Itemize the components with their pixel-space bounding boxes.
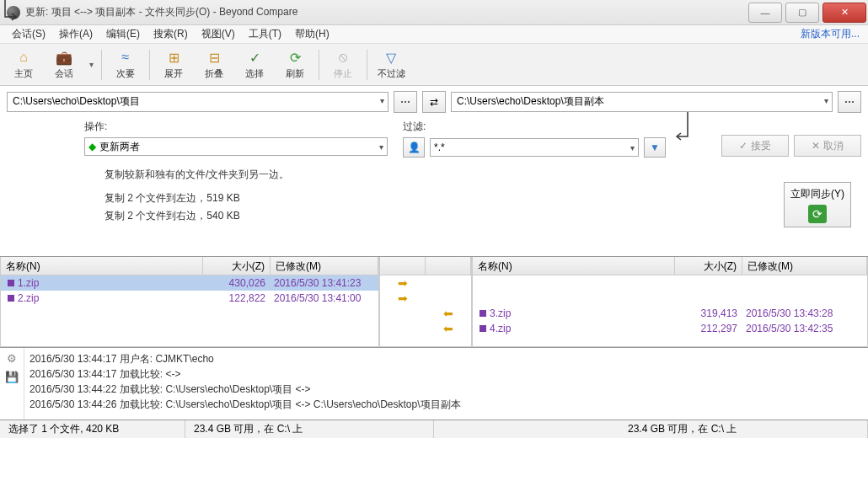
save-icon[interactable]: 💾 [5, 370, 19, 383]
col-name[interactable]: 名称(N) [473, 257, 675, 275]
btn-label: 不过滤 [378, 67, 405, 80]
menu-action[interactable]: 操作(A) [52, 25, 99, 43]
filter-apply-button[interactable]: ▼ [644, 137, 666, 158]
left-panel: 名称(N) 大小(Z) 已修改(M) 1.zip 430,026 2016/5/… [0, 257, 379, 347]
menu-tools[interactable]: 工具(T) [242, 25, 288, 43]
copy-left-icon[interactable]: ⬅ [443, 322, 453, 335]
path-row: C:\Users\echo\Desktop\项目▾ ⋯ ⇄ C:\Users\e… [0, 86, 868, 118]
col-size[interactable]: 大小(Z) [675, 257, 742, 275]
dropdown-icon[interactable]: ▾ [630, 143, 635, 152]
separator [149, 50, 150, 80]
file-row[interactable] [473, 291, 867, 306]
approx-icon: ≈ [117, 49, 134, 66]
filter-label: 过滤: [403, 120, 666, 134]
log-line: 2016/5/30 13:44:17 加载比较: <-> [29, 366, 863, 382]
filter-presets-button[interactable]: 👤 [403, 137, 425, 158]
col-size[interactable]: 大小(Z) [203, 257, 271, 275]
menu-search[interactable]: 搜索(R) [147, 25, 195, 43]
select-button[interactable]: ✓选择 [236, 46, 273, 83]
operation-combo[interactable]: ◆ 更新两者 ▾ [84, 137, 388, 156]
copy-right-icon[interactable]: ➡ [398, 276, 408, 290]
next-button[interactable]: ≈次要 [107, 46, 144, 83]
log-line: 2016/5/30 13:44:22 加载比较: C:\Users\echo\D… [29, 382, 863, 397]
refresh-button[interactable]: ⟳刷新 [276, 46, 313, 83]
file-icon [8, 280, 14, 286]
expand-button[interactable]: ⊞展开 [155, 46, 192, 83]
session-dropdown[interactable]: ▾ [86, 60, 96, 69]
sync-icon: ⟳ [808, 205, 827, 223]
file-size: 319,413 [675, 307, 742, 319]
file-row[interactable]: 4.zip 212,297 2016/5/30 13:42:35 [473, 321, 867, 336]
dropdown-icon[interactable]: ▾ [824, 96, 828, 105]
panel-header: 名称(N) 大小(Z) 已修改(M) [473, 257, 867, 275]
stop-button: ⦸停止 [324, 46, 362, 83]
file-date: 2016/5/30 13:43:28 [742, 307, 867, 319]
binoculars-icon: 👤 [408, 142, 421, 153]
status-selection: 选择了 1 个文件, 420 KB [0, 420, 185, 438]
swap-button[interactable]: ⇄ [422, 91, 446, 113]
combo-value: *.* [434, 142, 445, 153]
dropdown-icon[interactable]: ▾ [379, 142, 383, 152]
file-panels: 名称(N) 大小(Z) 已修改(M) 1.zip 430,026 2016/5/… [0, 256, 868, 347]
refresh-icon: ⟳ [287, 49, 303, 66]
accept-button[interactable]: ✓接受 [721, 135, 789, 157]
btn-label: 刷新 [286, 67, 304, 80]
maximize-button[interactable]: ▢ [785, 3, 819, 23]
menu-help[interactable]: 帮助(H) [288, 25, 336, 43]
check-icon: ✓ [246, 49, 263, 66]
right-path-input[interactable]: C:\Users\echo\Desktop\项目副本▾ [451, 92, 833, 112]
file-row[interactable]: 3.zip 319,413 2016/5/30 13:43:28 [473, 306, 867, 321]
log-text[interactable]: 2016/5/30 13:44:17 用户名: CJMKT\echo 2016/… [24, 348, 868, 420]
path-text: C:\Users\echo\Desktop\项目 [13, 95, 140, 107]
btn-label: 接受 [751, 139, 771, 153]
copy-left-icon[interactable]: ⬅ [443, 307, 453, 320]
menu-view[interactable]: 视图(V) [195, 25, 242, 43]
path-text: C:\Users\echo\Desktop\项目副本 [457, 95, 604, 107]
minimize-button[interactable]: — [748, 3, 782, 23]
col-date[interactable]: 已修改(M) [742, 257, 867, 275]
dropdown-icon[interactable]: ▾ [380, 96, 384, 105]
browse-right-button[interactable]: ⋯ [838, 91, 861, 113]
file-row[interactable]: 2.zip 122,822 2016/5/30 13:41:00 [1, 291, 378, 306]
panel-header: 名称(N) 大小(Z) 已修改(M) [1, 257, 378, 275]
status-right-disk: 23.4 GB 可用，在 C:\ 上 [434, 420, 868, 438]
btn-label: 取消 [823, 139, 844, 153]
gear-icon[interactable]: ⚙ [5, 351, 19, 365]
left-path-input[interactable]: C:\Users\echo\Desktop\项目▾ [7, 92, 388, 112]
expand-icon: ⊞ [165, 49, 182, 66]
cancel-button[interactable]: ✕取消 [794, 135, 861, 157]
btn-label: 折叠 [205, 67, 223, 80]
titlebar: 更新: 项目 <--> 项目副本 - 文件夹同步(O) - Beyond Com… [0, 0, 868, 25]
collapse-button[interactable]: ⊟折叠 [196, 46, 233, 83]
btn-label: 停止 [334, 67, 352, 80]
funnel-icon: ▽ [383, 49, 399, 66]
home-icon: ⌂ [15, 49, 32, 66]
check-icon: ✓ [739, 140, 747, 152]
combo-value: 更新两者 [99, 140, 140, 154]
file-date: 2016/5/30 13:42:35 [742, 323, 867, 334]
file-row[interactable] [473, 275, 867, 291]
copy-right-icon[interactable]: ➡ [398, 291, 408, 305]
desc-line: 复制 2 个文件到右边，540 KB [104, 207, 868, 224]
desc-line: 复制 2 个文件到左边，519 KB [104, 190, 868, 206]
options-row: 操作: ◆ 更新两者 ▾ 过滤: 👤 *.* ▾ ▼ ✓接受 ✕取消 [0, 118, 868, 163]
file-name: 3.zip [490, 307, 511, 319]
close-button[interactable]: ✕ [822, 3, 866, 23]
sync-now-button[interactable]: 立即同步(Y) ⟳ [784, 182, 851, 227]
file-row[interactable]: 1.zip 430,026 2016/5/30 13:41:23 [1, 275, 378, 291]
filter-combo[interactable]: *.* ▾ [430, 138, 639, 157]
browse-left-button[interactable]: ⋯ [394, 91, 417, 113]
home-button[interactable]: ⌂主页 [5, 46, 42, 83]
nofilter-button[interactable]: ▽不过滤 [372, 46, 410, 83]
funnel-icon: ▼ [650, 142, 660, 153]
col-date[interactable]: 已修改(M) [271, 257, 378, 275]
file-name: 1.zip [18, 277, 39, 289]
session-button[interactable]: 💼会话 [46, 46, 83, 83]
update-link[interactable]: 新版本可用... [801, 27, 860, 41]
col-name[interactable]: 名称(N) [1, 257, 203, 275]
briefcase-icon: 💼 [56, 49, 72, 66]
file-icon [8, 295, 14, 302]
x-icon: ✕ [812, 140, 820, 152]
operation-label: 操作: [84, 120, 388, 134]
menu-edit[interactable]: 编辑(E) [99, 25, 147, 43]
